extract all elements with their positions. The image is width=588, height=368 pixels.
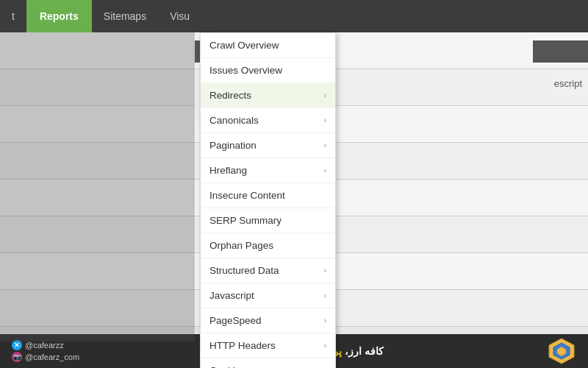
chevron-right-icon: › (324, 141, 326, 149)
chevron-right-icon: › (324, 116, 326, 124)
dropdown-item-serp-summary[interactable]: SERP Summary (201, 208, 335, 233)
snippet-right-text: escript (548, 74, 588, 93)
chevron-right-icon: › (324, 316, 326, 325)
snippet-right-top (533, 40, 588, 63)
left-overlay (0, 32, 195, 342)
dropdown-item-label: Redirects (209, 90, 251, 101)
logo-svg (548, 337, 576, 365)
dropdown-item-label: Crawl Overview (209, 40, 279, 51)
dropdown-item-pagination[interactable]: Pagination› (201, 133, 335, 158)
dropdown-item-label: Structured Data (209, 265, 279, 276)
chevron-right-icon: › (324, 91, 326, 99)
twitter-link[interactable]: ✕ @cafearzz (12, 340, 79, 350)
social-links: ✕ @cafearzz 📷 @cafearz_com (12, 340, 79, 362)
dropdown-item-cookies[interactable]: Cookies› (201, 358, 335, 368)
dropdown-item-label: Orphan Pages (209, 240, 273, 251)
twitter-handle: @cafearzz (25, 341, 64, 350)
instagram-link[interactable]: 📷 @cafearz_com (12, 352, 79, 362)
dropdown-item-hreflang[interactable]: Hreflang› (201, 158, 335, 183)
dropdown-item-orphan-pages[interactable]: Orphan Pages (201, 233, 335, 258)
dropdown-item-label: Insecure Content (209, 190, 285, 201)
dropdown-item-label: SERP Summary (209, 215, 282, 226)
dropdown-item-label: Hreflang (209, 165, 247, 176)
dropdown-item-label: Javascript (209, 290, 254, 301)
top-navigation: t Reports Sitemaps Visu (0, 0, 588, 32)
dropdown-item-label: Pagination (209, 140, 257, 151)
nav-item-t: t (0, 0, 26, 32)
logo (547, 338, 576, 364)
chevron-right-icon: › (324, 291, 326, 300)
dropdown-item-issues-overview[interactable]: Issues Overview (201, 58, 335, 83)
chevron-right-icon: › (324, 342, 326, 350)
chevron-right-icon: › (324, 266, 326, 275)
dropdown-item-label: Canonicals (209, 115, 259, 126)
twitter-icon: ✕ (12, 340, 22, 350)
nav-item-reports[interactable]: Reports (26, 0, 92, 32)
dropdown-item-label: Cookies (209, 365, 245, 368)
dropdown-item-canonicals[interactable]: Canonicals› (201, 108, 335, 133)
tagline-first: کافه ارز، (342, 345, 384, 357)
nav-item-sitemaps[interactable]: Sitemaps (92, 0, 158, 32)
dropdown-item-http-headers[interactable]: HTTP Headers› (201, 333, 335, 358)
instagram-handle: @cafearz_com (25, 353, 79, 361)
dropdown-item-crawl-overview[interactable]: Crawl Overview (201, 33, 335, 58)
nav-item-visu[interactable]: Visu (158, 0, 201, 32)
dropdown-item-structured-data[interactable]: Structured Data› (201, 258, 335, 283)
dropdown-item-label: Issues Overview (209, 65, 282, 76)
instagram-icon: 📷 (12, 352, 22, 362)
dropdown-item-label: PageSpeed (209, 315, 262, 326)
dropdown-item-redirects[interactable]: Redirects› (201, 83, 335, 108)
dropdown-item-pagespeed[interactable]: PageSpeed› (201, 308, 335, 333)
dropdown-item-javascript[interactable]: Javascript› (201, 283, 335, 308)
dropdown-item-label: HTTP Headers (209, 340, 276, 351)
reports-dropdown: Crawl OverviewIssues OverviewRedirects›C… (200, 32, 336, 368)
dropdown-item-insecure-content[interactable]: Insecure Content (201, 183, 335, 208)
chevron-right-icon: › (324, 166, 326, 174)
